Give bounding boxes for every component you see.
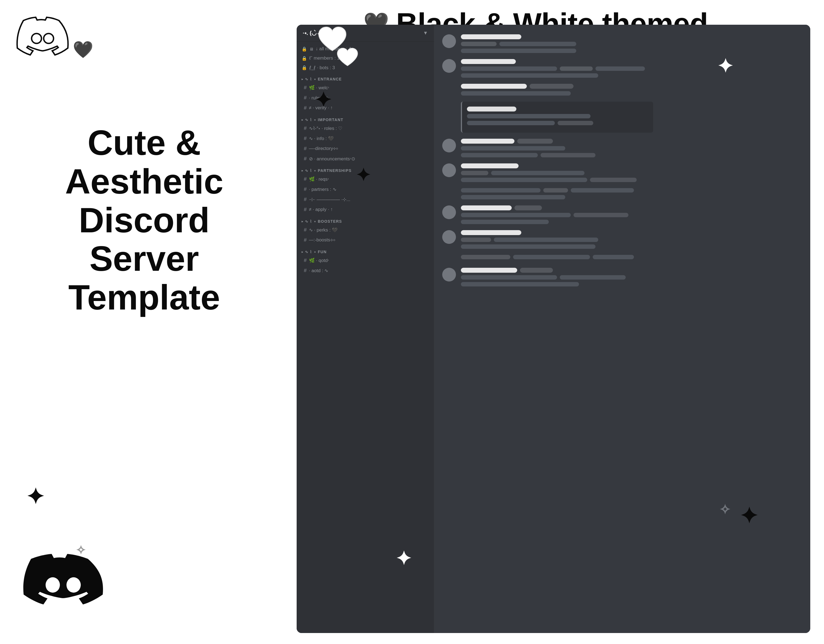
category-deco-entrance: ∿ ⌇ ∘ bbox=[305, 77, 317, 81]
msg-lines-10 bbox=[461, 268, 802, 286]
title-line2: Aesthetic bbox=[11, 162, 277, 201]
category-label-entrance: ENTRANCE bbox=[318, 77, 342, 81]
category-fun[interactable]: ▸ ∿ ⌇ ∘ FUN bbox=[297, 245, 434, 255]
pill-7b bbox=[515, 205, 542, 211]
pill-5d bbox=[461, 178, 587, 182]
left-panel: 🖤 Cute & Aesthetic Discord Server Templa… bbox=[0, 0, 288, 644]
avatar-5 bbox=[442, 163, 456, 177]
sparkle-right-small: ✧ bbox=[719, 502, 730, 518]
msg-block-5 bbox=[442, 163, 802, 182]
discord-logo-top bbox=[15, 15, 70, 65]
pill-6d bbox=[461, 195, 565, 199]
msg-lines-6 bbox=[461, 188, 802, 199]
hash-icon-1: # bbox=[304, 85, 307, 91]
hash-icon-11: # bbox=[304, 206, 307, 212]
channel-label-announcements: ⊘ · announcements˒⊙ bbox=[309, 156, 355, 162]
hash-icon-2: # bbox=[304, 95, 307, 101]
channel-aotd[interactable]: # · aotd : ∿ bbox=[299, 266, 432, 275]
channel-label-divider: ·⊹· ————— ·⊹... bbox=[309, 197, 351, 202]
pill-7c bbox=[461, 213, 571, 217]
category-entrance[interactable]: ▸ ∿ ⌇ ∘ ENTRANCE bbox=[297, 72, 434, 82]
channel-roles[interactable]: # ∿⌇-°˖ · roles : ♡ bbox=[299, 123, 432, 133]
pill-5e bbox=[590, 178, 637, 182]
channel-perks[interactable]: # ∿ · perks : 🖤 bbox=[299, 225, 432, 235]
pill-9b bbox=[513, 255, 590, 259]
channel-divider-line[interactable]: # ·⊹· ————— ·⊹... bbox=[299, 194, 432, 204]
channel-partners[interactable]: # · partners : ∿ bbox=[299, 184, 432, 194]
category-boosters[interactable]: ▸ ∿ ⌇ ∘ BOOSTERS bbox=[297, 215, 434, 224]
channel-boosts[interactable]: # —:-boosts⟡⬥ bbox=[299, 235, 432, 245]
svg-point-2 bbox=[46, 577, 60, 593]
hash-icon-4: # bbox=[304, 125, 307, 131]
role-label-3: ℓ̩_ℓ̩ · bots : 3 bbox=[309, 65, 335, 71]
channel-qotd[interactable]: # 🌿 · qotd˒ bbox=[299, 255, 432, 265]
category-deco-fun: ∿ ⌇ ∘ bbox=[305, 250, 317, 254]
category-label-fun: FUN bbox=[318, 250, 327, 254]
title-line5: Template bbox=[11, 278, 277, 317]
pill-1d bbox=[461, 49, 576, 53]
sparkle-fun-area: ✦ bbox=[395, 547, 412, 570]
hash-icon-5: # bbox=[304, 135, 307, 141]
hash-icon-3: # bbox=[304, 105, 307, 111]
msg-block-10 bbox=[442, 268, 802, 286]
sparkle-top-discord: ✦ bbox=[315, 88, 332, 112]
category-label-boosters: BOOSTERS bbox=[318, 219, 342, 224]
category-deco-partnerships: ∿ ⌇ ∘ bbox=[305, 168, 317, 173]
pill-2b bbox=[461, 66, 557, 71]
channel-label-roles: ∿⌇-°˖ · roles : ♡ bbox=[309, 126, 343, 131]
msg-block-8 bbox=[442, 230, 802, 249]
embed-pill-1 bbox=[467, 106, 517, 112]
hash-icon-7: # bbox=[304, 156, 307, 162]
msg-lines-1 bbox=[461, 34, 802, 53]
pill-2e bbox=[461, 73, 598, 78]
discord-logo-bottom bbox=[22, 551, 105, 627]
pill-10c bbox=[461, 275, 557, 280]
channel-info[interactable]: # ∿ · info : 🖤 bbox=[299, 134, 432, 143]
hash-icon-6: # bbox=[304, 146, 307, 152]
channel-apply[interactable]: # ≠ · apply · ↑ bbox=[299, 204, 432, 215]
title-line3: Discord bbox=[11, 201, 277, 240]
pill-9a bbox=[461, 255, 510, 259]
embed-box-1 bbox=[461, 101, 653, 133]
category-important[interactable]: ▸ ∿ ⌇ ∘ IMPORTANT bbox=[297, 113, 434, 123]
avatar-7 bbox=[442, 205, 456, 219]
msg-lines-3 bbox=[461, 84, 802, 95]
pill-3c bbox=[461, 91, 571, 95]
pill-2c bbox=[560, 66, 593, 71]
msg-block-7 bbox=[442, 205, 802, 224]
avatar-8 bbox=[442, 230, 456, 244]
title-line1: Cute & bbox=[11, 124, 277, 162]
pill-4a bbox=[461, 139, 515, 144]
channel-directory[interactable]: # —-directory⟡⬥ bbox=[299, 144, 432, 154]
msg-lines-8 bbox=[461, 230, 802, 249]
heart-small-white bbox=[335, 46, 360, 70]
pill-4c bbox=[461, 146, 565, 151]
avatar-10 bbox=[442, 268, 456, 281]
main-title: Cute & Aesthetic Discord Server Template bbox=[0, 124, 288, 317]
hash-icon-15: # bbox=[304, 267, 307, 274]
discord-panel: ·˖. (◡̀⌄◡́) .˖· ▼ 🔒 🖥 ↓ all members : 4 … bbox=[297, 25, 810, 633]
channel-label-info: ∿ · info : 🖤 bbox=[309, 136, 334, 141]
hash-icon-10: # bbox=[304, 196, 307, 202]
pill-1b bbox=[461, 42, 497, 46]
pill-10b bbox=[520, 268, 553, 273]
channel-label-boosts: —:-boosts⟡⬥ bbox=[309, 237, 335, 243]
msg-block-6 bbox=[442, 188, 802, 199]
sparkle-top-right: ✦ bbox=[717, 55, 733, 77]
channel-announcements[interactable]: # ⊘ · announcements˒⊙ bbox=[299, 154, 432, 164]
channel-list: 🔒 🖥 ↓ all members : 4 🔒 ℓ˘ members : 1 🔒… bbox=[297, 41, 434, 633]
pill-8b bbox=[461, 238, 491, 242]
pill-3a bbox=[461, 84, 527, 89]
channel-label-qotd: 🌿 · qotd˒ bbox=[309, 258, 329, 263]
category-arrow-fun: ▸ bbox=[301, 250, 303, 254]
embed-pill-2 bbox=[467, 114, 590, 118]
role-item-bots[interactable]: 🔒 ℓ̩_ℓ̩ · bots : 3 bbox=[297, 63, 434, 72]
lock-icon-1: 🔒 bbox=[301, 46, 307, 52]
avatar-2 bbox=[442, 59, 456, 73]
msg-lines-4 bbox=[461, 139, 802, 157]
category-arrow-important: ▸ bbox=[301, 118, 303, 121]
category-deco-important: ∿ ⌇ ∘ bbox=[305, 118, 317, 122]
channel-label-partners: · partners : ∿ bbox=[309, 186, 337, 192]
hash-icon-9: # bbox=[304, 186, 307, 192]
main-chat: ✦ bbox=[434, 25, 810, 633]
